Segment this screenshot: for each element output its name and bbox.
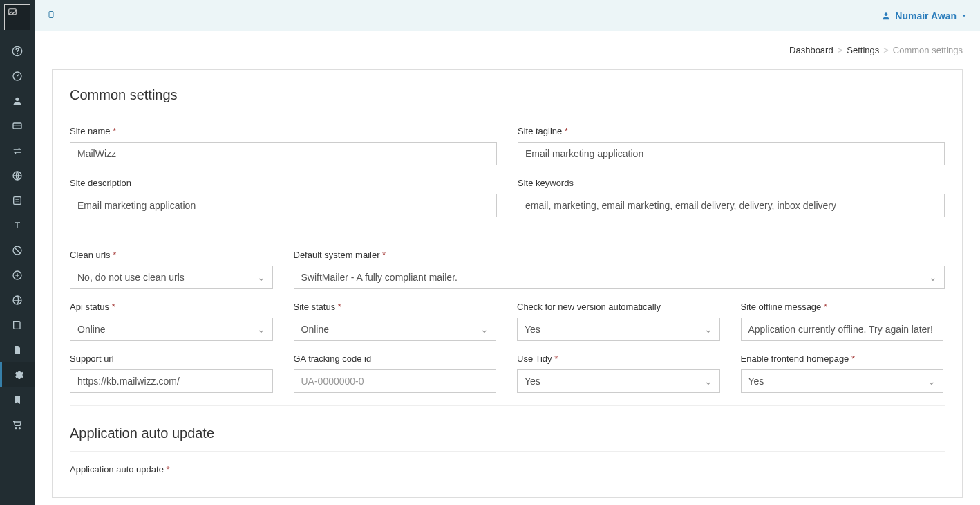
svg-point-2 (17, 53, 18, 54)
topbar-toggle[interactable] (47, 10, 55, 21)
sidebar-item-add[interactable] (0, 263, 35, 288)
sidebar-item-dashboard[interactable] (0, 64, 35, 89)
breadcrumb-dashboard[interactable]: Dashboard (789, 45, 833, 55)
svg-rect-5 (13, 123, 21, 129)
sidebar-item-text[interactable] (0, 213, 35, 238)
topbar: Numair Awan (35, 0, 980, 31)
label-site-keywords: Site keywords (518, 178, 945, 188)
chevron-down-icon: ⌄ (257, 324, 265, 335)
label-site-description: Site description (70, 178, 497, 188)
chevron-down-icon: ⌄ (480, 324, 489, 335)
sidebar-item-list[interactable] (0, 188, 35, 213)
label-default-mailer: Default system mailer * (294, 250, 945, 260)
label-ga-tracking: GA tracking code id (294, 354, 497, 364)
sidebar-item-user[interactable] (0, 89, 35, 113)
breadcrumb: Dashboard > Settings > Common settings (35, 31, 980, 69)
section-title-auto-update: Application auto update (70, 425, 945, 441)
svg-point-20 (885, 12, 888, 16)
sidebar-item-cart[interactable] (0, 412, 35, 437)
select-site-status[interactable]: Online ⌄ (294, 318, 497, 341)
svg-point-18 (19, 428, 20, 429)
sidebar-item-book[interactable] (0, 313, 35, 338)
chevron-down-icon (961, 12, 968, 19)
select-frontend-home[interactable]: Yes ⌄ (741, 369, 944, 393)
input-site-name[interactable] (70, 142, 497, 165)
input-site-description[interactable] (70, 194, 497, 217)
label-clean-urls: Clean urls * (70, 250, 273, 260)
input-site-keywords[interactable] (518, 194, 945, 217)
sidebar-item-card[interactable] (0, 113, 35, 138)
label-site-status: Site status * (294, 302, 497, 312)
svg-rect-19 (49, 12, 53, 18)
app-logo[interactable] (4, 4, 30, 30)
select-default-mailer[interactable]: SwiftMailer - A fully compliant mailer. … (294, 266, 945, 289)
sidebar-item-block[interactable] (0, 238, 35, 263)
select-check-version[interactable]: Yes ⌄ (517, 318, 720, 341)
label-site-tagline: Site tagline * (518, 126, 945, 136)
section-title-common: Common settings (70, 87, 945, 103)
input-ga-tracking[interactable] (294, 369, 497, 393)
settings-panel: Common settings Site name * Site tagline… (52, 69, 963, 498)
select-use-tidy[interactable]: Yes ⌄ (517, 369, 720, 393)
sidebar-item-settings[interactable] (0, 362, 35, 387)
sidebar-item-file[interactable] (0, 338, 35, 362)
sidebar-item-globe2[interactable] (0, 288, 35, 313)
label-auto-update: Application auto update * (70, 464, 945, 475)
select-clean-urls[interactable]: No, do not use clean urls ⌄ (70, 266, 273, 289)
svg-point-17 (15, 428, 17, 429)
label-use-tidy: Use Tidy * (517, 354, 720, 364)
input-site-tagline[interactable] (518, 142, 945, 165)
sidebar (0, 0, 35, 505)
label-offline-msg: Site offline message * (741, 302, 944, 312)
chevron-down-icon: ⌄ (257, 272, 265, 283)
chevron-down-icon: ⌄ (929, 272, 937, 283)
chevron-down-icon: ⌄ (927, 376, 936, 387)
label-site-name: Site name * (70, 126, 497, 136)
sidebar-item-globe[interactable] (0, 163, 35, 188)
svg-line-12 (15, 248, 20, 253)
label-support-url: Support url (70, 354, 273, 364)
chevron-down-icon: ⌄ (704, 324, 713, 335)
input-support-url[interactable] (70, 369, 273, 393)
label-frontend-home: Enable frontend homepage * (741, 354, 944, 364)
label-api-status: Api status * (70, 302, 273, 312)
sidebar-item-help[interactable] (0, 39, 35, 64)
select-api-status[interactable]: Online ⌄ (70, 318, 273, 341)
breadcrumb-current: Common settings (893, 45, 963, 55)
chevron-down-icon: ⌄ (704, 376, 713, 387)
user-icon (881, 11, 891, 21)
sidebar-item-bookmark[interactable] (0, 387, 35, 412)
label-check-version: Check for new version automatically (517, 302, 720, 312)
input-offline-msg[interactable] (741, 318, 944, 341)
breadcrumb-settings[interactable]: Settings (847, 45, 879, 55)
user-menu[interactable]: Numair Awan (881, 10, 968, 21)
svg-point-4 (15, 98, 19, 101)
user-name: Numair Awan (895, 10, 957, 21)
sidebar-item-transfer[interactable] (0, 138, 35, 163)
